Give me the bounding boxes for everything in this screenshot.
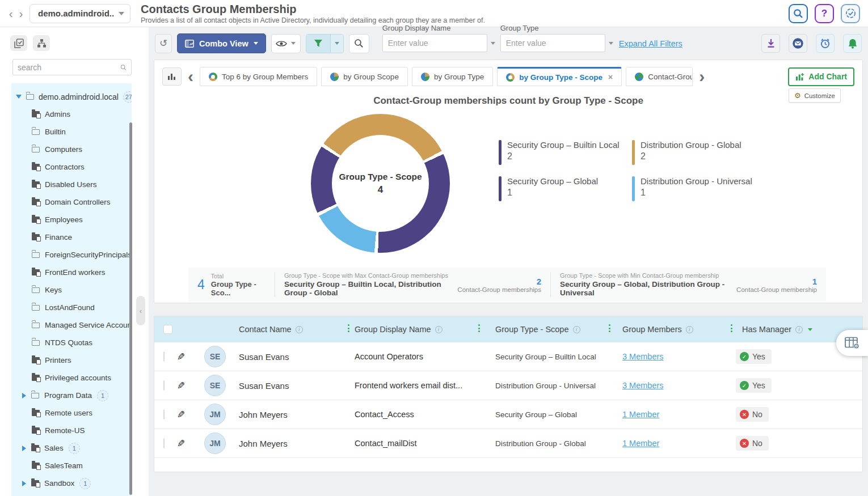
filter-value-select[interactable] <box>500 34 605 52</box>
info-icon[interactable]: i <box>435 326 443 333</box>
expand-icon[interactable] <box>22 446 26 451</box>
filter-button[interactable] <box>306 34 344 53</box>
sidebar-scrollbar[interactable] <box>129 122 132 495</box>
sidebar-item-foreignsecurityprincipals[interactable]: ForeignSecurityPrincipals <box>11 246 132 264</box>
edit-pencil-icon[interactable]: ✎ <box>177 380 185 392</box>
filter-value-input[interactable] <box>506 39 609 48</box>
edit-pencil-icon[interactable]: ✎ <box>177 351 185 363</box>
refresh-button[interactable]: ↺ <box>155 34 172 53</box>
sidebar-item-privileged-accounts[interactable]: Privileged accounts <box>11 369 132 387</box>
info-icon[interactable]: i <box>686 326 693 333</box>
tab-by-group-scope[interactable]: by Group Scope <box>321 67 408 86</box>
filter-dropdown-caret[interactable] <box>330 35 343 53</box>
table-row[interactable]: ✎ SE Susan Evans Account Operators Secur… <box>154 342 862 371</box>
column-divider-dots[interactable] <box>478 324 480 332</box>
table-row[interactable]: ✎ JM John Meyers Contact_mailDist Distri… <box>154 429 862 458</box>
legend-item[interactable]: Security Group – Builtin Local2 <box>499 140 632 165</box>
members-link[interactable]: 1 Member <box>622 410 659 419</box>
chart-list-button[interactable] <box>162 67 182 86</box>
sidebar-item-salesteam[interactable]: SalesTeam <box>11 457 132 474</box>
expand-icon[interactable] <box>22 393 26 399</box>
info-icon[interactable]: i <box>573 326 580 333</box>
sidebar-item-frontend-workers[interactable]: FrontEnd workers <box>11 264 132 281</box>
sort-caret-icon[interactable] <box>808 328 812 331</box>
sidebar-item-remote-users[interactable]: Remote users <box>11 404 132 422</box>
sidebar-collapse-handle[interactable]: ‹ <box>136 296 145 325</box>
sidebar-item-domain-controllers[interactable]: Domain Controllers <box>11 193 132 211</box>
filter-value-input[interactable] <box>388 39 491 48</box>
column-visibility-button[interactable] <box>271 34 301 53</box>
info-icon[interactable]: i <box>795 326 803 333</box>
reminder-button[interactable] <box>816 34 835 53</box>
view-mode-button[interactable]: Combo View <box>177 33 266 53</box>
sidebar-search-input[interactable] <box>18 63 120 72</box>
sidebar-item-remote-us[interactable]: Remote-US <box>11 422 132 439</box>
sidebar-item-printers[interactable]: Printers <box>11 351 132 369</box>
members-link[interactable]: 3 Members <box>622 381 664 390</box>
tree-root-demo-admindroid-local[interactable]: demo.admindroid.local 27 <box>11 88 132 105</box>
download-button[interactable] <box>761 34 780 53</box>
message-button[interactable] <box>789 34 807 53</box>
sidebar-item-sales[interactable]: Sales1 <box>11 439 132 457</box>
nav-back-icon[interactable]: ‹ <box>6 8 16 19</box>
scheduler-button[interactable] <box>841 4 860 23</box>
sidebar-item-employees[interactable]: Employees <box>11 211 132 228</box>
tab-top-6-by-group-members[interactable]: Top 6 by Group Members <box>200 67 317 86</box>
sidebar-search[interactable] <box>12 59 132 75</box>
legend-item[interactable]: Distribution Group - Universal1 <box>632 176 752 201</box>
org-tree-button[interactable] <box>33 35 50 51</box>
tab-by-group-type-scope[interactable]: by Group Type - Scope× <box>497 67 622 86</box>
sidebar-item-sandbox[interactable]: Sandbox1 <box>11 474 132 492</box>
sidebar-item-computers[interactable]: Computers <box>11 141 132 158</box>
sidebar-item-admins[interactable]: Admins <box>11 105 132 123</box>
members-link[interactable]: 3 Members <box>622 352 664 361</box>
row-checkbox[interactable] <box>163 409 165 419</box>
close-tab-icon[interactable]: × <box>608 73 613 82</box>
tabs-scroll-left-icon[interactable]: ‹ <box>187 68 195 85</box>
tabs-scroll-right-icon[interactable]: › <box>698 68 706 85</box>
sidebar-item-keys[interactable]: Keys <box>11 281 132 299</box>
multi-select-button[interactable] <box>10 35 27 51</box>
column-header-group-display-name[interactable]: Group Display Namei <box>348 325 478 334</box>
global-search-button[interactable] <box>789 4 808 23</box>
column-header-contact-name[interactable]: Contact Namei <box>237 325 348 334</box>
add-chart-button[interactable]: Add Chart <box>788 67 854 86</box>
edit-pencil-icon[interactable]: ✎ <box>177 409 185 421</box>
edit-pencil-icon[interactable]: ✎ <box>177 438 185 450</box>
sidebar-item-ntds-quotas[interactable]: NTDS Quotas <box>11 334 132 351</box>
customize-button[interactable]: ⚙ Customize <box>789 88 841 103</box>
sidebar-item-managed-service-accounts[interactable]: Managed Service Accoun... <box>11 316 132 334</box>
column-divider-dots[interactable] <box>348 324 349 332</box>
column-settings-button[interactable] <box>836 330 868 356</box>
filter-value-select[interactable] <box>382 34 487 52</box>
select-all-checkbox[interactable] <box>163 325 172 334</box>
sidebar-item-disabled-users[interactable]: Disabled Users <box>11 176 132 193</box>
sidebar-item-contractors[interactable]: Contractors <box>11 158 132 176</box>
sidebar-item-lostandfound[interactable]: LostAndFound <box>11 299 132 316</box>
donut-chart[interactable]: Group Type - Scope 4 <box>311 114 450 253</box>
table-search-button[interactable] <box>349 34 369 53</box>
tab-by-group-type[interactable]: by Group Type <box>412 67 493 86</box>
sidebar-item-partial[interactable] <box>11 492 132 496</box>
members-link[interactable]: 1 Member <box>622 439 659 448</box>
legend-item[interactable]: Distribution Group - Global2 <box>632 140 752 165</box>
expand-collapse-icon[interactable] <box>16 95 22 99</box>
column-header-group-members[interactable]: Group Membersi <box>609 325 731 334</box>
column-divider-dots[interactable] <box>731 324 732 332</box>
table-row[interactable]: ✎ JM John Meyers Contact_Access Security… <box>154 400 862 429</box>
tab-contact-group[interactable]: Contact-Group <box>626 67 693 86</box>
row-checkbox[interactable] <box>163 351 165 362</box>
info-icon[interactable]: i <box>296 326 303 333</box>
legend-item[interactable]: Security Group – Global1 <box>499 176 632 201</box>
sidebar-item-builtin[interactable]: Builtin <box>11 123 132 141</box>
help-button[interactable]: ? <box>815 4 834 23</box>
expand-icon[interactable] <box>22 481 26 486</box>
row-checkbox[interactable] <box>163 380 165 391</box>
notification-button[interactable] <box>843 34 862 53</box>
nav-forward-icon[interactable]: › <box>16 8 26 19</box>
table-row[interactable]: ✎ SE Susan Evans Frontend workers email … <box>154 371 862 400</box>
column-divider-dots[interactable] <box>609 324 610 332</box>
row-checkbox[interactable] <box>163 438 165 448</box>
column-header-group-type-scope[interactable]: Group Type - Scopei <box>478 325 609 334</box>
domain-selector[interactable]: demo.admindroid... <box>30 4 130 23</box>
